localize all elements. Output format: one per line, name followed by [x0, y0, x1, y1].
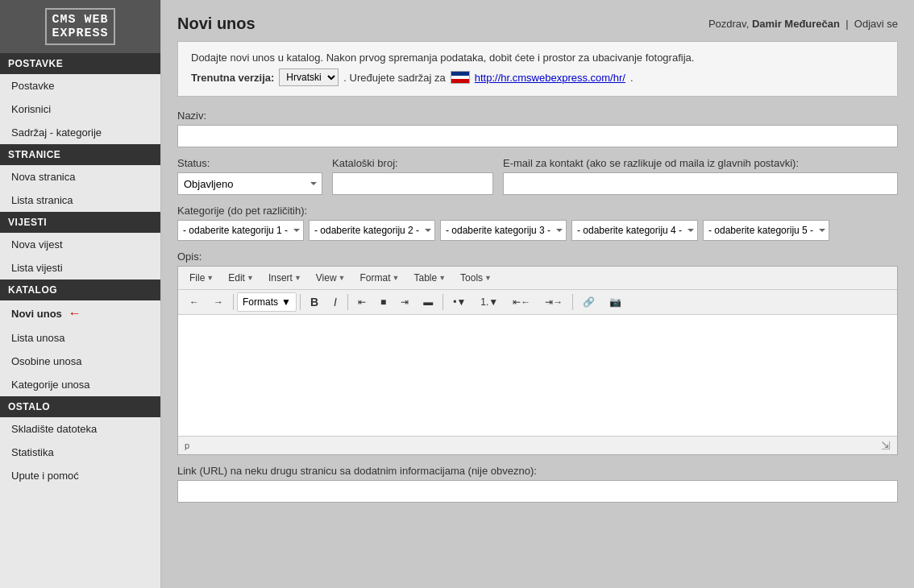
- opis-label: Opis:: [177, 251, 898, 263]
- edit-menu-caret: ▼: [247, 274, 254, 282]
- page-title: Novi unos: [177, 14, 256, 33]
- format-menu-caret: ▼: [393, 274, 400, 282]
- opis-group: Opis: File ▼ Edit ▼ Insert ▼: [177, 251, 898, 455]
- editor-path: p: [185, 441, 189, 450]
- logout-link[interactable]: Odjavi se: [854, 18, 898, 30]
- section-stranice: STRANICE: [0, 144, 160, 165]
- sidebar-item-nova-vijest[interactable]: Nova vijest: [0, 233, 160, 256]
- file-menu-caret: ▼: [206, 274, 214, 282]
- main-content: Novi unos Pozdrav, Damir Međurečan | Odj…: [161, 0, 914, 588]
- kataloski-col: Kataloški broj:: [332, 157, 493, 195]
- formats-caret: ▼: [281, 296, 291, 308]
- naziv-group: Naziv:: [177, 110, 898, 147]
- toolbar-sep-3: [347, 294, 348, 310]
- category-select-2[interactable]: - odaberite kategoriju 2 -: [309, 220, 435, 241]
- sidebar-item-kategorije-unosa[interactable]: Kategorije unosa: [0, 373, 160, 396]
- table-menu[interactable]: Table ▼: [407, 270, 452, 286]
- status-row: Status: Objavljeno Neobjavljeno Katalošk…: [177, 157, 898, 195]
- sidebar-item-skladiste[interactable]: Skladište datoteka: [0, 417, 160, 441]
- section-katalog: KATALOG: [0, 280, 160, 300]
- toolbar-sep-1: [233, 294, 234, 310]
- image-button[interactable]: 📷: [603, 292, 628, 312]
- sidebar-item-novi-unos[interactable]: Novi unos ←: [0, 300, 160, 326]
- resize-handle[interactable]: ⇲: [881, 439, 891, 452]
- outdent-button[interactable]: ⇤←: [506, 292, 537, 312]
- insert-menu-caret: ▼: [294, 274, 301, 282]
- sidebar-item-upute[interactable]: Upute i pomoć: [0, 464, 160, 487]
- site-url-link[interactable]: http://hr.cmswebexpress.com/hr/: [475, 72, 625, 84]
- align-center-button[interactable]: ■: [374, 292, 393, 312]
- insert-menu[interactable]: Insert ▼: [262, 270, 308, 286]
- kategorije-group: Kategorije (do pet različitih): - odaber…: [177, 205, 898, 241]
- formats-dropdown[interactable]: Formats ▼: [237, 292, 297, 312]
- format-menu[interactable]: Format ▼: [354, 270, 406, 286]
- sidebar: CMS WEB EXPRESS POSTAVKE Postavke Korisn…: [0, 0, 161, 588]
- undo-button[interactable]: ←: [183, 292, 206, 312]
- sidebar-item-sadrzaj-kategorije[interactable]: Sadržaj - kategorije: [0, 121, 160, 144]
- tools-menu[interactable]: Tools ▼: [454, 270, 498, 286]
- category-select-4[interactable]: - odaberite kategoriju 4 -: [571, 220, 698, 241]
- status-select[interactable]: Objavljeno Neobjavljeno: [177, 172, 322, 195]
- version-select[interactable]: Hrvatski: [279, 68, 339, 86]
- section-postavke: POSTAVKE: [0, 53, 160, 74]
- active-arrow-icon: ←: [69, 306, 81, 321]
- kataloski-input[interactable]: [332, 172, 493, 195]
- align-justify-button[interactable]: ▬: [417, 292, 439, 312]
- category-select-1[interactable]: - odaberite kategoriju 1 -: [177, 220, 304, 241]
- sidebar-item-korisnici[interactable]: Korisnici: [0, 97, 160, 121]
- page-header: Novi unos Pozdrav, Damir Međurečan | Odj…: [161, 0, 914, 41]
- status-col: Status: Objavljeno Neobjavljeno: [177, 157, 322, 195]
- link-button[interactable]: 🔗: [576, 292, 601, 312]
- category-select-5[interactable]: - odaberite kategoriju 5 -: [703, 220, 829, 241]
- indent-button[interactable]: ⇥→: [538, 292, 569, 312]
- section-ostalo: OSTALO: [0, 396, 160, 417]
- category-select-3[interactable]: - odaberite kategoriju 3 -: [440, 220, 567, 241]
- sidebar-item-statistika[interactable]: Statistika: [0, 441, 160, 464]
- version-row: Trenutna verzija: Hrvatski . Uređujete s…: [191, 68, 884, 86]
- email-col: E-mail za kontakt (ako se razlikuje od m…: [503, 157, 898, 195]
- sidebar-item-lista-unosa[interactable]: Lista unosa: [0, 326, 160, 350]
- section-vijesti: VIJESTI: [0, 212, 160, 233]
- edit-text: . Uređujete sadržaj za: [343, 72, 445, 84]
- info-box: Dodajte novi unos u katalog. Nakon prvog…: [177, 41, 898, 97]
- kataloski-label: Kataloški broj:: [332, 157, 493, 169]
- link-input[interactable]: [177, 480, 898, 503]
- editor-footer: p ⇲: [178, 436, 897, 454]
- editor-body[interactable]: [178, 315, 897, 436]
- align-right-button[interactable]: ⇥: [394, 292, 415, 312]
- edit-menu[interactable]: Edit ▼: [222, 270, 260, 286]
- file-menu[interactable]: File ▼: [183, 270, 220, 286]
- editor-container: File ▼ Edit ▼ Insert ▼ View ▼: [177, 266, 898, 455]
- logo-line1: CMS WEB: [52, 13, 108, 27]
- header-user-info: Pozdrav, Damir Međurečan | Odjavi se: [708, 18, 898, 30]
- view-menu-caret: ▼: [339, 274, 346, 282]
- unordered-list-button[interactable]: •▼: [447, 292, 472, 312]
- version-label: Trenutna verzija:: [191, 72, 274, 84]
- link-group: Link (URL) na neku drugu stranicu sa dod…: [177, 465, 898, 503]
- kategorije-label: Kategorije (do pet različitih):: [177, 205, 898, 217]
- naziv-input[interactable]: [177, 125, 898, 147]
- sidebar-item-lista-vijesti[interactable]: Lista vijesti: [0, 256, 160, 280]
- align-left-button[interactable]: ⇤: [351, 292, 372, 312]
- redo-button[interactable]: →: [207, 292, 230, 312]
- table-menu-caret: ▼: [438, 274, 446, 282]
- email-input[interactable]: [503, 172, 898, 195]
- status-label: Status:: [177, 157, 322, 169]
- sidebar-item-lista-stranica[interactable]: Lista stranica: [0, 188, 160, 212]
- username-label: Damir Međurečan: [752, 18, 840, 30]
- categories-row: - odaberite kategoriju 1 - - odaberite k…: [177, 220, 898, 241]
- toolbar-sep-4: [442, 294, 443, 310]
- sidebar-item-osobine-unosa[interactable]: Osobine unosa: [0, 350, 160, 373]
- view-menu[interactable]: View ▼: [310, 270, 352, 286]
- ordered-list-button[interactable]: 1.▼: [474, 292, 505, 312]
- bold-button[interactable]: B: [304, 292, 325, 312]
- italic-button[interactable]: I: [326, 292, 344, 312]
- flag-icon: [451, 71, 470, 84]
- editor-toolbar: ← → Formats ▼ B I ⇤ ■ ⇥ ▬ •▼: [178, 290, 897, 315]
- logo: CMS WEB EXPRESS: [0, 0, 160, 53]
- content-area: Dodajte novi unos u katalog. Nakon prvog…: [161, 41, 914, 528]
- sidebar-item-nova-stranica[interactable]: Nova stranica: [0, 165, 160, 188]
- logo-line2: EXPRESS: [52, 27, 108, 40]
- sidebar-item-postavke[interactable]: Postavke: [0, 74, 160, 97]
- info-line1: Dodajte novi unos u katalog. Nakon prvog…: [191, 52, 884, 64]
